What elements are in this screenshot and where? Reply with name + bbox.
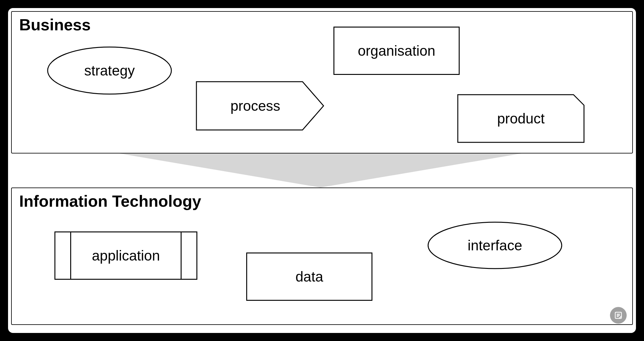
diagram-canvas: Business strategy organisation process — [8, 8, 636, 333]
notes-icon[interactable] — [610, 307, 627, 324]
shape-application-label: application — [92, 247, 160, 264]
domain-it-title: Information Technology — [19, 192, 201, 210]
shape-product-label: product — [497, 110, 544, 127]
connector-arrow — [119, 153, 522, 188]
domain-it: Information Technology application data … — [11, 188, 633, 325]
shape-process: process — [196, 81, 324, 131]
shape-data: data — [246, 253, 372, 301]
domain-business: Business strategy organisation process — [11, 11, 633, 153]
shape-application: application — [54, 231, 197, 280]
svg-marker-3 — [119, 153, 522, 188]
shape-interface-label: interface — [468, 237, 522, 254]
shape-process-label: process — [230, 97, 280, 114]
domain-business-title: Business — [19, 15, 91, 34]
shape-data-label: data — [295, 268, 323, 285]
shape-strategy-label: strategy — [84, 62, 135, 79]
shape-organisation-label: organisation — [358, 42, 436, 59]
shape-product: product — [457, 94, 585, 143]
shape-interface: interface — [427, 221, 563, 270]
shape-organisation: organisation — [333, 27, 460, 75]
shape-strategy: strategy — [46, 46, 173, 95]
